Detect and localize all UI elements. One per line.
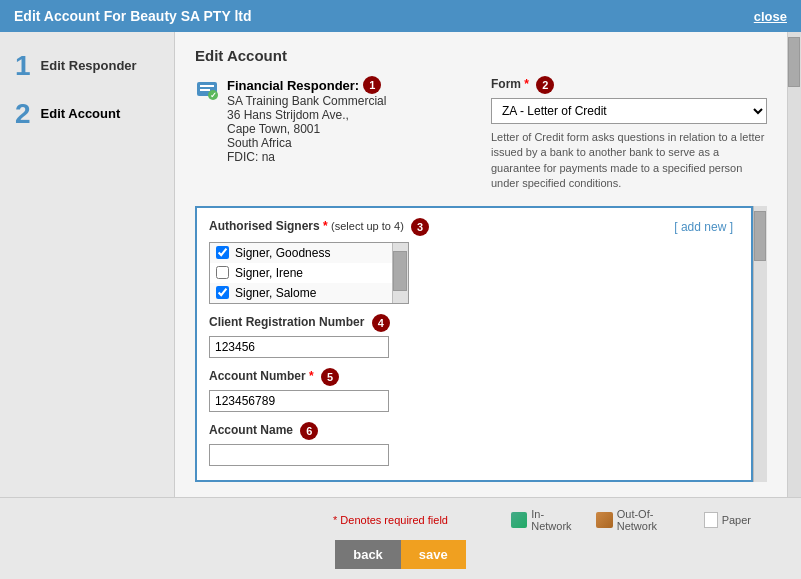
sidebar-step-2[interactable]: 2 Edit Account (15, 100, 159, 128)
client-reg-label: Client Registration Number 4 (209, 314, 733, 332)
inner-panel: Authorised Signers * (select up to 4) 3 … (195, 206, 753, 482)
section-title: Edit Account (195, 47, 767, 64)
list-item: Signer, Salome (210, 283, 408, 303)
modal-body: 1 Edit Responder 2 Edit Account Edit Acc… (0, 32, 801, 497)
footer-legend: In-Network Out-Of-Network Paper (511, 508, 771, 532)
add-new-signer-link[interactable]: [ add new ] (674, 220, 733, 234)
account-number-label: Account Number * 5 (209, 368, 733, 386)
responder-label: Financial Responder: (227, 78, 359, 93)
step-1-number: 1 (15, 52, 31, 80)
modal-header: Edit Account For Beauty SA PTY ltd close (0, 0, 801, 32)
form-badge: 2 (536, 76, 554, 94)
main-content: Edit Account ✓ (175, 32, 787, 497)
responder-line-0: SA Training Bank Commercial (227, 94, 386, 108)
responder-icon: ✓ (195, 78, 219, 102)
form-select[interactable]: ZA - Letter of Credit (491, 98, 767, 124)
signer-name-1: Signer, Irene (235, 266, 303, 280)
svg-rect-1 (200, 85, 214, 87)
out-of-network-icon (596, 512, 613, 528)
sidebar-step-1[interactable]: 1 Edit Responder (15, 52, 159, 80)
responder-line-4: FDIC: na (227, 150, 386, 164)
required-note: * Denotes required field (333, 514, 448, 526)
signers-label: Authorised Signers * (select up to 4) 3 (209, 218, 429, 236)
step-1-label: Edit Responder (41, 52, 137, 73)
form-field-label: Form * 2 (491, 76, 767, 94)
inner-panel-content: Authorised Signers * (select up to 4) 3 … (209, 218, 739, 470)
back-button[interactable]: back (335, 540, 401, 569)
account-name-input[interactable] (209, 444, 389, 466)
out-of-network-label: Out-Of-Network (617, 508, 688, 532)
form-description: Letter of Credit form asks questions in … (491, 130, 767, 192)
signers-header: Authorised Signers * (select up to 4) 3 … (209, 218, 733, 236)
right-scrollbar-thumb (788, 37, 800, 87)
account-name-label: Account Name 6 (209, 422, 733, 440)
save-button[interactable]: save (401, 540, 466, 569)
responder-info: ✓ Financial Responder: 1 SA Training Ban… (195, 76, 471, 192)
list-item: Signer, Irene (210, 263, 408, 283)
signer-checkbox-2[interactable] (216, 286, 229, 299)
modal-footer: * Denotes required field In-Network Out-… (0, 497, 801, 579)
modal-container: Edit Account For Beauty SA PTY ltd close… (0, 0, 801, 579)
paper-icon (704, 512, 718, 528)
legend-out-of-network: Out-Of-Network (596, 508, 688, 532)
step-2-number: 2 (15, 100, 31, 128)
legend-in-network: In-Network (511, 508, 580, 532)
client-reg-badge: 4 (372, 314, 390, 332)
signer-checkbox-0[interactable] (216, 246, 229, 259)
responder-badge: 1 (363, 76, 381, 94)
account-number-field: Account Number * 5 (209, 368, 733, 412)
legend-paper: Paper (704, 512, 751, 528)
sidebar: 1 Edit Responder 2 Edit Account (0, 32, 175, 497)
responder-details: Financial Responder: 1 SA Training Bank … (227, 76, 386, 164)
modal-title: Edit Account For Beauty SA PTY ltd (14, 8, 252, 24)
form-section: Form * 2 ZA - Letter of Credit Letter of… (491, 76, 767, 192)
account-name-field: Account Name 6 (209, 422, 733, 466)
close-button[interactable]: close (754, 9, 787, 24)
right-scrollbar[interactable] (787, 32, 801, 497)
client-reg-input[interactable] (209, 336, 389, 358)
form-required-star: * (524, 77, 529, 91)
button-row: back save (335, 540, 466, 569)
signers-scrollbar-thumb (393, 251, 407, 291)
outer-scrollbar-thumb (754, 211, 766, 261)
signer-name-2: Signer, Salome (235, 286, 316, 300)
step-2-label: Edit Account (41, 100, 121, 121)
outer-scrollbar[interactable] (753, 206, 767, 482)
responder-line-3: South Africa (227, 136, 386, 150)
signer-checkbox-1[interactable] (216, 266, 229, 279)
signers-scrollbar[interactable] (392, 243, 408, 303)
svg-text:✓: ✓ (210, 91, 217, 100)
list-item: Signer, Goodness (210, 243, 408, 263)
responder-row: ✓ Financial Responder: 1 SA Training Ban… (195, 76, 767, 192)
responder-line-2: Cape Town, 8001 (227, 122, 386, 136)
signers-list: Signer, Goodness Signer, Irene Signer, S… (209, 242, 409, 304)
in-network-label: In-Network (531, 508, 580, 532)
client-reg-field: Client Registration Number 4 (209, 314, 733, 358)
svg-rect-2 (200, 89, 210, 91)
signer-name-0: Signer, Goodness (235, 246, 330, 260)
responder-line-1: 36 Hans Strijdom Ave., (227, 108, 386, 122)
account-number-input[interactable] (209, 390, 389, 412)
paper-label: Paper (722, 514, 751, 526)
in-network-icon (511, 512, 528, 528)
account-name-badge: 6 (300, 422, 318, 440)
signers-field: Authorised Signers * (select up to 4) 3 … (209, 218, 733, 304)
account-number-badge: 5 (321, 368, 339, 386)
